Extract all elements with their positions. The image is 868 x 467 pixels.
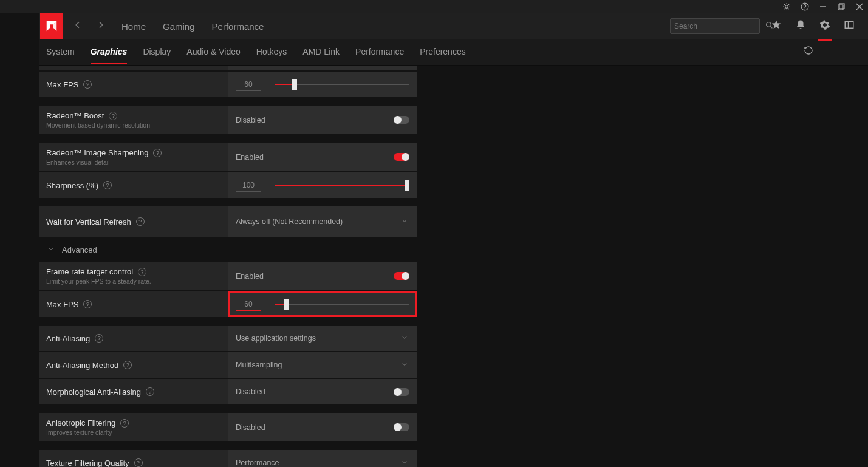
back-button[interactable] <box>73 20 83 32</box>
help-icon[interactable]: ? <box>103 181 112 189</box>
aa-label: Anti-Aliasing <box>46 334 90 343</box>
help-icon[interactable]: ? <box>134 458 143 467</box>
header: Home Gaming Performance <box>0 13 868 39</box>
vsync-value: Always off (Not Recommended) <box>236 217 343 226</box>
svg-point-0 <box>785 5 788 9</box>
chevron-down-icon <box>401 457 408 467</box>
main-nav: Home Gaming Performance <box>121 21 264 32</box>
aniso-label: Anisotropic Filtering <box>46 418 115 428</box>
row-anti-aliasing: Anti-Aliasing? Use application settings <box>39 326 417 351</box>
morph-aa-value: Disabled <box>236 387 265 396</box>
help-icon[interactable]: ? <box>120 419 129 428</box>
image-sharpening-value: Enabled <box>236 153 264 162</box>
help-icon[interactable]: ? <box>138 268 146 276</box>
gear-icon[interactable] <box>819 19 830 33</box>
help-icon[interactable]: ? <box>136 217 145 226</box>
sharpness-slider[interactable] <box>275 184 409 186</box>
row-frtc: Frame rate target control? Limit your pe… <box>39 262 417 290</box>
aniso-toggle[interactable] <box>394 423 409 431</box>
help-icon[interactable]: ? <box>95 334 103 343</box>
row-image-sharpening: Radeon™ Image Sharpening? Enhances visua… <box>39 143 417 171</box>
nav-gaming[interactable]: Gaming <box>163 21 195 32</box>
help-icon[interactable]: ? <box>146 387 154 396</box>
max-fps-slider[interactable] <box>275 83 409 86</box>
row-max-fps: Max FPS? <box>39 72 417 97</box>
chevron-down-icon <box>401 333 408 344</box>
row-radeon-boost: Radeon™ Boost? Movement based dynamic re… <box>39 106 417 134</box>
max-fps-label: Max FPS <box>46 80 78 89</box>
max-fps-frtc-slider[interactable] <box>275 303 409 305</box>
tab-performance[interactable]: Performance <box>355 47 404 58</box>
titlebar <box>0 0 868 13</box>
tfq-label: Texture Filtering Quality <box>46 458 129 468</box>
help-icon[interactable]: ? <box>83 80 92 89</box>
panel-icon[interactable] <box>844 19 855 33</box>
tfq-dropdown[interactable]: Performance <box>228 450 417 467</box>
help-icon[interactable]: ? <box>123 361 132 369</box>
row-partial-top <box>39 66 417 70</box>
reset-icon[interactable] <box>804 46 813 58</box>
search-input[interactable] <box>674 22 765 30</box>
settings-tabs: System Graphics Display Audio & Video Ho… <box>0 39 868 66</box>
bug-icon[interactable] <box>782 2 791 12</box>
nav-home[interactable]: Home <box>121 21 146 32</box>
svg-rect-4 <box>838 5 843 10</box>
row-sharpness: Sharpness (%)? <box>39 172 417 198</box>
image-sharpening-toggle[interactable] <box>394 153 409 161</box>
nav-performance[interactable]: Performance <box>212 21 264 32</box>
max-fps-frtc-input[interactable] <box>236 298 261 311</box>
aa-dropdown[interactable]: Use application settings <box>228 326 417 351</box>
tab-amdlink[interactable]: AMD Link <box>302 47 340 58</box>
search-box[interactable] <box>670 18 760 34</box>
row-tfq: Texture Filtering Quality? Performance <box>39 450 417 467</box>
aa-method-label: Anti-Aliasing Method <box>46 361 118 370</box>
help-icon[interactable]: ? <box>153 149 162 157</box>
chevron-down-icon <box>47 245 55 254</box>
aniso-sub: Improves texture clarity <box>46 429 221 436</box>
help-icon[interactable]: ? <box>83 300 92 308</box>
aa-method-dropdown[interactable]: Multisampling <box>228 352 417 378</box>
chevron-down-icon <box>401 216 408 227</box>
help-icon[interactable]: ? <box>109 112 117 120</box>
frtc-value: Enabled <box>236 272 264 281</box>
svg-rect-10 <box>845 22 853 29</box>
row-max-fps-frtc: Max FPS? <box>39 291 417 317</box>
frtc-toggle[interactable] <box>394 272 409 280</box>
frtc-sub: Limit your peak FPS to a steady rate. <box>46 278 221 285</box>
minimize-icon[interactable] <box>818 2 828 12</box>
maximize-icon[interactable] <box>836 2 846 12</box>
amd-logo[interactable] <box>40 13 63 39</box>
close-icon[interactable] <box>855 2 864 12</box>
image-sharpening-sub: Enhances visual detail <box>46 159 221 166</box>
advanced-section-toggle[interactable]: Advanced <box>39 238 417 262</box>
aniso-value: Disabled <box>236 423 265 432</box>
morph-aa-toggle[interactable] <box>394 388 409 396</box>
row-vsync: Wait for Vertical Refresh? Always off (N… <box>39 206 417 237</box>
aa-method-value: Multisampling <box>236 361 282 369</box>
row-morph-aa: Morphological Anti-Aliasing? Disabled <box>39 379 417 404</box>
sharpness-input[interactable] <box>236 179 261 192</box>
tab-display[interactable]: Display <box>143 47 171 58</box>
chevron-down-icon <box>401 360 408 370</box>
tab-preferences[interactable]: Preferences <box>420 47 465 58</box>
radeon-boost-sub: Movement based dynamic resolution <box>46 121 221 129</box>
tab-graphics[interactable]: Graphics <box>91 47 128 64</box>
favorite-icon[interactable] <box>771 19 782 33</box>
max-fps-input[interactable] <box>236 78 261 91</box>
svg-rect-5 <box>839 4 844 9</box>
help-icon[interactable] <box>800 2 810 12</box>
row-aa-method: Anti-Aliasing Method? Multisampling <box>39 352 417 378</box>
morph-aa-label: Morphological Anti-Aliasing <box>46 387 141 397</box>
advanced-label: Advanced <box>62 245 97 254</box>
sharpness-label: Sharpness (%) <box>46 181 98 190</box>
vsync-dropdown[interactable]: Always off (Not Recommended) <box>228 206 417 237</box>
tab-system[interactable]: System <box>46 47 75 58</box>
graphics-settings-panel: Max FPS? Radeon™ Boost? Movement based d… <box>39 66 417 467</box>
max-fps-frtc-label: Max FPS <box>46 300 78 309</box>
tab-audio-video[interactable]: Audio & Video <box>186 47 240 58</box>
radeon-boost-toggle[interactable] <box>394 116 409 124</box>
bell-icon[interactable] <box>795 19 806 33</box>
tab-hotkeys[interactable]: Hotkeys <box>256 47 287 58</box>
image-sharpening-label: Radeon™ Image Sharpening <box>46 148 148 157</box>
forward-button[interactable] <box>96 20 106 32</box>
